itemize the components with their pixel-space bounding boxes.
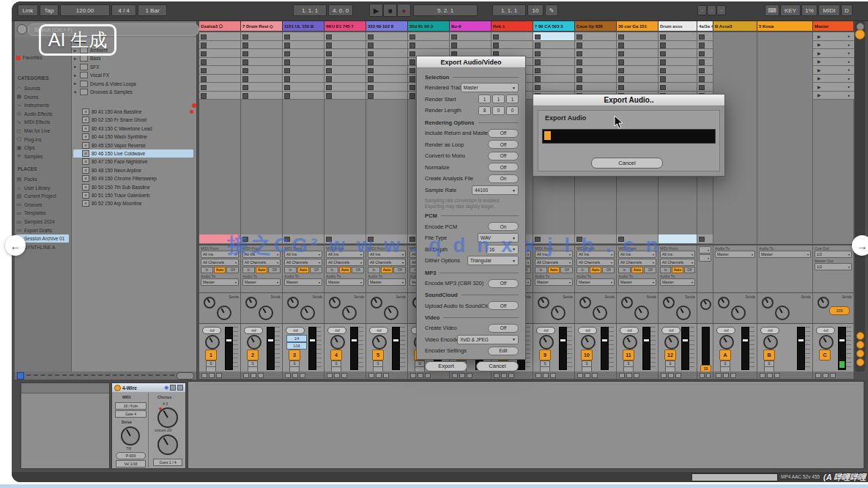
volume-value-pill[interactable]: -Inf (716, 327, 735, 334)
clip-slot[interactable] (659, 41, 697, 50)
quantize-box[interactable]: 4. 0. 0 (328, 4, 353, 16)
master-cue-button[interactable]: C (819, 350, 831, 361)
clip-slot[interactable] (199, 83, 241, 92)
send-b-knob[interactable] (384, 306, 398, 320)
io-routing-select[interactable]: All Channels▾ (535, 259, 573, 266)
volume-fader[interactable] (797, 327, 805, 370)
clip-stop-button[interactable] (368, 85, 374, 91)
tree-file-row[interactable]: ≋80 41 150 Ana Bassline (73, 108, 193, 116)
tree-file-row[interactable]: ≋80 51 150 Trace Gatedverb (73, 191, 193, 199)
crossfade-assign-button[interactable] (285, 373, 291, 378)
clip-stop-button[interactable] (201, 93, 207, 99)
volume-fader[interactable] (681, 327, 689, 370)
monitor-off-button[interactable]: Off (684, 267, 695, 273)
transport-tap-button[interactable]: Tap (40, 4, 59, 16)
clip-stop-button[interactable] (535, 34, 541, 40)
fader-handle[interactable] (226, 339, 231, 341)
monitor-auto-button[interactable]: Auto (548, 267, 560, 273)
volume-fader[interactable] (838, 327, 846, 370)
clip-slot[interactable] (617, 32, 659, 41)
io-routing-select[interactable]: All Channels▾ (201, 259, 239, 266)
scene-launch-button[interactable]: ▶ (817, 51, 821, 56)
crossfade-assign-button[interactable] (300, 373, 305, 378)
clip-stop-button[interactable] (618, 76, 624, 82)
export-button[interactable]: Export (425, 361, 467, 371)
monitor-in-button[interactable]: In (660, 267, 671, 273)
crossfade-assign-button[interactable] (216, 373, 222, 378)
track-activator-button[interactable]: 9 (539, 350, 551, 361)
clip-slot[interactable] (617, 83, 659, 92)
track-header[interactable]: Master (813, 21, 854, 31)
tree-file-row[interactable]: ≋80 49 150 Chrome Filtersweep (73, 174, 193, 182)
cancel-button[interactable]: Cancel (591, 158, 663, 169)
scene-row[interactable]: ▶● (813, 41, 854, 50)
clip-slot[interactable] (533, 58, 575, 67)
clip-stop-button[interactable] (201, 51, 207, 57)
volume-value-pill[interactable]: -Inf (286, 327, 305, 334)
sidebar-item-instruments[interactable]: ⌁Instruments (16, 101, 69, 109)
clip-stop-button[interactable] (576, 85, 582, 91)
volume-value-pill[interactable]: -Inf (327, 327, 346, 334)
fader-handle[interactable] (644, 339, 649, 341)
track-header[interactable]: Caua Xp 838 (575, 21, 617, 31)
clip-slot[interactable] (575, 75, 617, 84)
tree-file-row[interactable]: ≋80 44 150 Wash Synthline (73, 133, 193, 141)
clip-stop-button[interactable] (242, 68, 248, 74)
device-mode-button[interactable]: P-909 (116, 452, 146, 459)
crossfade-assign-button[interactable] (550, 373, 556, 378)
clip-slot[interactable] (199, 75, 241, 84)
fader-handle[interactable] (683, 339, 688, 341)
clip-stop-button[interactable] (368, 68, 374, 74)
clip-slot[interactable] (241, 92, 283, 100)
clip-stop-button[interactable] (618, 51, 624, 57)
sidebar-item-plug-ins[interactable]: ⬡Plug-ins (16, 136, 69, 144)
clip-stop-button[interactable] (699, 85, 705, 91)
monitor-in-button[interactable]: In (326, 267, 338, 273)
sidebar-item-max-for-live[interactable]: ◻Max for Live (16, 127, 69, 135)
clip-slot[interactable] (324, 49, 366, 58)
clip-slot[interactable] (324, 66, 366, 75)
clip-slot[interactable] (199, 41, 241, 50)
clip-slot[interactable] (659, 83, 697, 92)
crossfade-assign-button[interactable] (209, 373, 215, 378)
crossfade-assign-button[interactable] (383, 373, 389, 378)
clip-slot[interactable] (575, 66, 617, 75)
cancel-button[interactable]: Cancel (476, 361, 519, 371)
crossfade-assign-button[interactable] (668, 373, 674, 378)
tree-file-row[interactable]: ≋80 45 150 Vapor Reverse (73, 141, 193, 149)
transport-right-1-button[interactable]: KEY (780, 4, 801, 16)
send-b-knob[interactable] (593, 306, 607, 320)
device-save-icon[interactable] (177, 385, 183, 391)
sidebar-item-user-library[interactable]: ⌂User Library (16, 184, 69, 192)
track-header[interactable]: 55d 61 90 3 (408, 21, 450, 31)
io-routing-select[interactable]: All Channels▾ (242, 259, 281, 266)
io-routing-select[interactable]: Master▾ (368, 278, 406, 286)
send-a-knob[interactable] (663, 297, 675, 308)
transport-1-bar-button[interactable]: 1 Bar (138, 4, 167, 16)
fader-handle[interactable] (560, 339, 565, 341)
crossfade-assign-button[interactable] (543, 373, 549, 378)
io-routing-select[interactable]: Master▾ (326, 278, 364, 286)
transport-120-00-button[interactable]: 120.00 (60, 4, 110, 16)
fader-handle[interactable] (268, 339, 273, 341)
clip-slot[interactable] (533, 41, 575, 50)
scene-row[interactable]: ▶● (813, 83, 854, 92)
crossfade-assign-button[interactable] (700, 373, 705, 378)
clip-slot[interactable] (659, 49, 697, 58)
clip-stop-button[interactable] (326, 34, 332, 40)
clip-slot[interactable] (283, 75, 324, 84)
track-header[interactable]: 30 cur Ga 151 (617, 21, 659, 31)
clip-slot[interactable] (659, 32, 697, 41)
scene-row[interactable]: ▶● (813, 75, 854, 84)
crossfade-assign-button[interactable] (760, 373, 765, 378)
crossfade-assign-button[interactable] (830, 373, 836, 378)
clip-slot[interactable] (241, 58, 283, 67)
clip-slot[interactable] (533, 83, 575, 92)
clip-stop-button[interactable] (618, 85, 624, 91)
send-a-knob[interactable] (329, 297, 341, 308)
scene-row[interactable]: ▶● (813, 92, 854, 100)
track-header[interactable]: Drum asss (659, 21, 697, 31)
volume-value-pill[interactable]: -Inf (536, 327, 555, 334)
clip-stop-button[interactable] (201, 34, 207, 40)
clip-slot[interactable] (199, 49, 241, 58)
